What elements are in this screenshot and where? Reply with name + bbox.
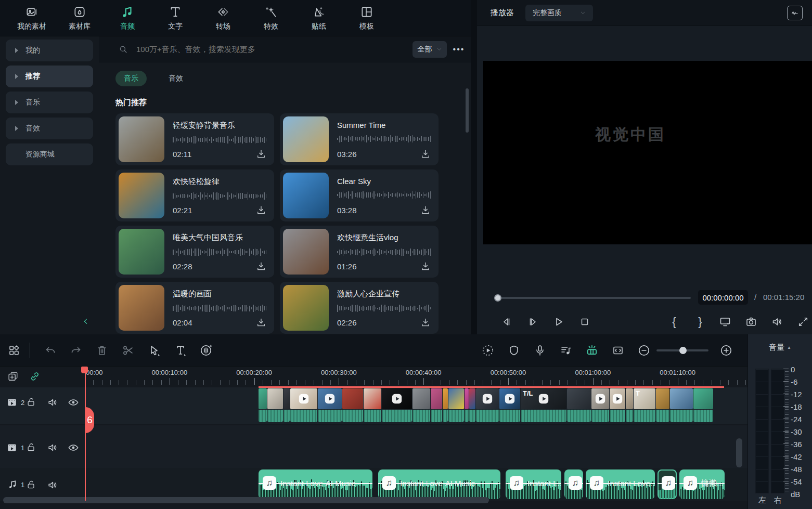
audio-clip[interactable]: ♫Instant Love-AI Music (378, 469, 500, 499)
video-clip[interactable] (656, 388, 669, 423)
download-button[interactable] (420, 317, 431, 328)
video-clip[interactable] (499, 388, 520, 423)
play-button[interactable] (550, 313, 568, 331)
download-button[interactable] (420, 149, 431, 159)
audio-track-mute-button[interactable] (47, 479, 58, 491)
fullscreen-button[interactable] (794, 313, 812, 331)
record-voiceover-button[interactable] (533, 344, 547, 357)
video-clip[interactable] (431, 388, 442, 423)
download-button[interactable] (256, 317, 266, 328)
sidebar-item-sound-effects[interactable]: 音效 (6, 118, 93, 139)
track2-mute-button[interactable] (47, 397, 58, 408)
media-manager-button[interactable] (7, 344, 21, 357)
display-mode-button[interactable] (716, 313, 734, 331)
video-clip[interactable] (290, 388, 317, 423)
watermark-shield-button[interactable] (507, 344, 521, 357)
scopes-button[interactable] (787, 6, 803, 20)
more-options-button[interactable]: ••• (447, 45, 471, 54)
music-card[interactable]: Clear Sky03:28 (280, 169, 439, 221)
audio-mixer-button[interactable] (559, 344, 573, 357)
tab-transition[interactable]: 转场 (201, 2, 246, 34)
video-clip[interactable]: T (634, 388, 655, 423)
link-tracks-button[interactable] (29, 371, 41, 382)
video-clip[interactable] (591, 388, 609, 423)
stop-button[interactable] (576, 313, 594, 331)
zoom-slider[interactable] (656, 349, 708, 351)
tab-stickers[interactable]: 贴纸 (297, 2, 341, 34)
sidebar-collapse-button[interactable] (79, 316, 93, 327)
music-card[interactable]: 欢快轻松旋律02:21 (115, 169, 274, 221)
delete-button[interactable] (95, 344, 109, 357)
search-input[interactable] (136, 45, 413, 54)
track2-hide-button[interactable] (68, 397, 79, 408)
music-card[interactable]: 激励人心企业宣传02:26 (280, 282, 439, 334)
volume-meter-header[interactable]: 音量▲ (748, 343, 812, 353)
fit-timeline-button[interactable] (611, 344, 625, 357)
download-button[interactable] (420, 261, 431, 271)
audio-clip[interactable]: ♫Instant L... (506, 469, 561, 499)
video-clip[interactable]: T/L (521, 388, 566, 423)
redo-button[interactable] (69, 344, 83, 357)
music-card[interactable]: Summer Time03:26 (280, 113, 439, 165)
audio-adjust-button[interactable] (199, 344, 213, 357)
volume-button[interactable] (768, 313, 786, 331)
zoom-out-button[interactable] (637, 344, 651, 357)
download-button[interactable] (256, 261, 266, 271)
music-card[interactable]: 温暖的画面02:04 (115, 282, 274, 334)
video-clip-sequence[interactable]: T/LT (259, 388, 724, 423)
music-card[interactable]: 欢快惬意生活vlog01:26 (280, 226, 439, 278)
music-card[interactable]: 唯美大气中国风音乐02:28 (115, 226, 274, 278)
video-clip[interactable] (318, 388, 342, 423)
video-clip[interactable] (465, 388, 469, 423)
download-button[interactable] (420, 205, 431, 215)
audio-clip[interactable]: ♫Instant Love... (586, 469, 655, 499)
tab-audio[interactable]: 音频 (105, 2, 150, 34)
video-clip[interactable] (364, 388, 381, 423)
add-track-button[interactable] (7, 371, 19, 382)
sidebar-item-music[interactable]: 音乐 (6, 92, 93, 113)
split-scissors-button[interactable] (121, 344, 135, 357)
audio-track-lock-button[interactable] (26, 479, 36, 490)
track2-lock-button[interactable] (26, 397, 36, 407)
timeline-horizontal-scrollbar[interactable] (3, 497, 489, 503)
video-clip[interactable] (283, 388, 290, 423)
video-clip[interactable] (267, 388, 283, 423)
playhead-grip[interactable] (81, 367, 88, 373)
tab-stock-media[interactable]: 素材库 (57, 2, 102, 34)
sidebar-item-mine[interactable]: 我的 (6, 40, 93, 61)
track1-mute-button[interactable] (47, 442, 58, 453)
video-clip[interactable] (567, 388, 591, 423)
track1-hide-button[interactable] (68, 442, 79, 453)
video-clip[interactable] (626, 388, 633, 423)
video-preview[interactable]: 视觉中国 (483, 61, 812, 244)
previous-frame-button[interactable] (498, 313, 515, 331)
tab-my-media[interactable]: 我的素材 (9, 2, 54, 34)
mark-in-button[interactable]: { (665, 313, 683, 331)
video-clip[interactable] (610, 388, 625, 423)
video-clip[interactable] (670, 388, 693, 423)
video-clip[interactable] (693, 388, 713, 423)
video-clip[interactable] (413, 388, 430, 423)
filter-dropdown[interactable]: 全部 (413, 41, 447, 58)
track1-lock-button[interactable] (26, 442, 36, 452)
snapshot-button[interactable] (742, 313, 760, 331)
mark-out-button[interactable]: } (691, 313, 709, 331)
download-button[interactable] (256, 149, 266, 159)
zoom-in-button[interactable] (719, 344, 733, 357)
video-clip[interactable] (448, 388, 464, 423)
tab-effects[interactable]: 特效 (249, 2, 293, 34)
sidebar-item-recommended[interactable]: 推荐 (6, 66, 93, 87)
render-preview-button[interactable] (481, 344, 495, 357)
next-frame-button[interactable] (524, 313, 542, 331)
audio-clip[interactable]: ♫ (658, 469, 677, 499)
video-clip[interactable] (443, 388, 448, 423)
sidebar-item-resource-store[interactable]: 资源商城 (6, 143, 93, 165)
zoom-slider-handle[interactable] (679, 347, 687, 354)
audio-clip[interactable]: ♫ (564, 469, 583, 499)
video-clip[interactable] (382, 388, 412, 423)
tab-templates[interactable]: 模板 (344, 2, 389, 34)
select-tool-button[interactable] (148, 344, 161, 357)
tab-music[interactable]: 音乐 (115, 71, 147, 86)
playhead-line[interactable] (85, 367, 86, 501)
undo-button[interactable] (44, 344, 57, 357)
